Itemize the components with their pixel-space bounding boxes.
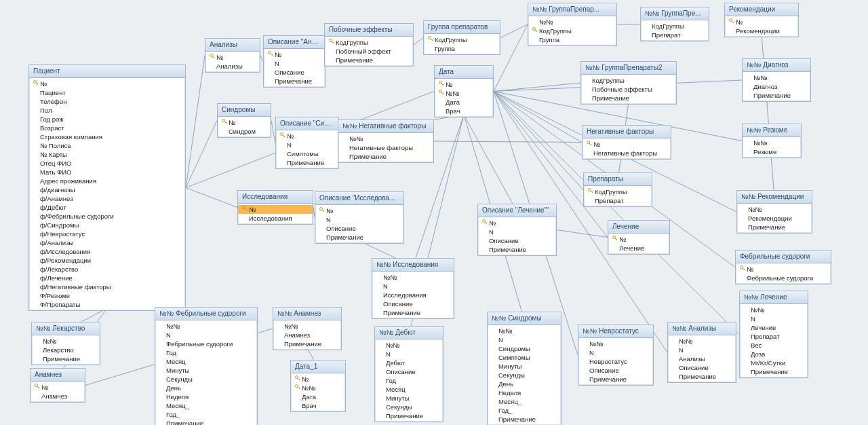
field-row[interactable]: №№: [338, 134, 433, 143]
field-row[interactable]: Описание: [375, 367, 443, 376]
field-row[interactable]: КодГруппы: [528, 26, 616, 35]
field-row[interactable]: №№: [668, 337, 736, 346]
field-row[interactable]: Примечание: [375, 411, 443, 420]
field-row[interactable]: №№: [743, 73, 810, 82]
field-row[interactable]: Месяц: [155, 357, 257, 366]
table-nn_research[interactable]: №№ Исследования№№NИсследованияОписаниеПр…: [372, 258, 454, 319]
field-row[interactable]: ф/Фебрильные судороги: [29, 212, 185, 221]
field-row[interactable]: Примечание: [581, 94, 676, 103]
field-row[interactable]: Mr/Kr/Сутки: [740, 358, 808, 367]
table-nn_neurostatus[interactable]: №№ Невростатус№№NНевростатусОписаниеПрим…: [578, 325, 654, 386]
table-nn_negfac[interactable]: №№ Негативные факторы№№Негативные фактор…: [338, 119, 434, 163]
field-row[interactable]: Врач: [291, 401, 345, 410]
field-row[interactable]: №: [608, 235, 669, 244]
field-row[interactable]: ф/Анамнез: [29, 194, 185, 203]
field-row[interactable]: Доза: [740, 350, 808, 358]
field-row[interactable]: Примечание: [32, 354, 100, 363]
field-row[interactable]: Минуты: [375, 394, 443, 403]
table-header[interactable]: Дата: [435, 66, 493, 79]
field-row[interactable]: Примечание: [315, 233, 403, 242]
table-header[interactable]: №№ ГруппаПрепар...: [528, 3, 616, 16]
table-header[interactable]: №№ Невростатус: [578, 325, 653, 338]
field-row[interactable]: Год: [155, 348, 257, 357]
field-row[interactable]: №: [291, 375, 345, 384]
field-row[interactable]: №№: [273, 322, 341, 331]
table-header[interactable]: №№ Рекомендации: [737, 191, 812, 204]
field-row[interactable]: КодГруппы: [584, 187, 652, 196]
table-header[interactable]: Синдромы: [218, 104, 271, 117]
field-row[interactable]: Врач: [435, 107, 493, 115]
table-header[interactable]: №№ Дебют: [375, 327, 443, 339]
field-row[interactable]: №№: [578, 339, 653, 348]
field-row[interactable]: Синдром: [218, 127, 271, 136]
table-nn_treatment[interactable]: №№ Лечение№№NЛечениеПрепаратВесДозаMr/Kr…: [739, 291, 808, 378]
field-row[interactable]: Синдромы: [488, 344, 561, 353]
table-date1[interactable]: Дата_1№№№ДатаВрач: [290, 360, 346, 412]
table-header[interactable]: №№ Диагноз: [743, 59, 810, 72]
table-header[interactable]: Побочные эффекты: [325, 24, 413, 37]
table-preparaty[interactable]: ПрепаратыКодГруппыПрепарат: [583, 172, 652, 207]
table-research[interactable]: Исследования№Исследования: [237, 190, 313, 225]
field-row[interactable]: Описание: [315, 224, 403, 233]
table-desc_research[interactable]: Описание "Исследова...№NОписаниеПримечан…: [315, 191, 404, 244]
table-header[interactable]: №№ Анамнез: [273, 308, 341, 320]
table-header[interactable]: Анализы: [205, 39, 260, 52]
field-row[interactable]: Невростатус: [578, 357, 653, 366]
field-row[interactable]: N: [264, 59, 325, 68]
table-nn_syndromes[interactable]: №№ Синдромы№№NСиндромыСимптомыМинутыСеку…: [487, 312, 561, 425]
field-row[interactable]: ф/Негативные факторы: [29, 282, 185, 291]
table-nn_drug[interactable]: №№ Лекарство№№ЛекарствоПримечание: [31, 322, 100, 365]
field-row[interactable]: N: [578, 348, 653, 357]
field-row[interactable]: Фебрильные судороги: [736, 274, 831, 282]
table-header[interactable]: Исследования: [238, 191, 313, 204]
field-row[interactable]: Месяц_: [488, 397, 561, 406]
field-row[interactable]: Год_: [488, 406, 561, 415]
field-row[interactable]: Описание: [264, 68, 325, 77]
field-row[interactable]: №№: [32, 337, 100, 346]
field-row[interactable]: N: [488, 335, 561, 344]
field-row[interactable]: Примечание: [273, 339, 341, 348]
table-header[interactable]: Дата_1: [291, 361, 345, 373]
table-header[interactable]: №№ Синдромы: [488, 312, 561, 325]
field-row[interactable]: Препарат: [740, 332, 808, 341]
table-header[interactable]: №№ Лекарство: [32, 322, 100, 335]
field-row[interactable]: ф/Невростатус: [29, 229, 185, 238]
table-header[interactable]: Препараты: [584, 173, 652, 186]
field-row[interactable]: №: [583, 140, 671, 149]
table-side_eff[interactable]: Побочные эффектыКодГруппыПобочный эффект…: [324, 23, 414, 67]
field-row[interactable]: Примечание: [488, 415, 561, 424]
table-desc_treat[interactable]: Описание "Лечение""№NОписаниеПримечание: [477, 204, 557, 256]
table-syndromes[interactable]: Синдромы№Синдром: [217, 103, 271, 138]
field-row[interactable]: №: [315, 206, 403, 215]
field-row[interactable]: Возраст: [29, 124, 185, 132]
field-row[interactable]: Неделя: [155, 392, 257, 401]
table-nn_grupppr2[interactable]: №№ ГруппаПре...КодГруппыПрепарат: [640, 7, 709, 41]
field-row[interactable]: №: [725, 18, 798, 26]
field-row[interactable]: ф/Анализы: [29, 238, 185, 247]
field-row[interactable]: Группа: [528, 35, 616, 44]
field-row[interactable]: Дата: [435, 98, 493, 107]
field-row[interactable]: Симптомы: [276, 149, 338, 158]
field-row[interactable]: ф/Исследования: [29, 247, 185, 256]
field-row[interactable]: Минуты: [488, 362, 561, 371]
table-header[interactable]: Описание "Синд...: [276, 117, 338, 130]
table-nn_grupprep2[interactable]: №№ ГруппаПрепараты2КодГруппыПобочные эфф…: [580, 61, 677, 105]
table-desc_anal[interactable]: Описание "Анал...№NОписаниеПримечание: [263, 35, 326, 88]
field-row[interactable]: N: [155, 331, 257, 339]
table-header[interactable]: Анамнез: [31, 369, 85, 382]
field-row[interactable]: №: [435, 80, 493, 89]
field-row[interactable]: Препарат: [584, 196, 652, 205]
field-row[interactable]: ф/Лекарство: [29, 265, 185, 274]
field-row[interactable]: КодГруппы: [325, 38, 413, 47]
field-row[interactable]: Исследования: [372, 291, 454, 299]
field-row[interactable]: ф/Синдромы: [29, 221, 185, 229]
field-row[interactable]: Рекомендации: [737, 214, 812, 223]
field-row[interactable]: Побочные эффекты: [581, 85, 676, 94]
table-nn_grupprep[interactable]: №№ ГруппаПрепар...№№КодГруппыГруппа: [528, 3, 617, 46]
field-row[interactable]: Описание: [372, 299, 454, 308]
field-row[interactable]: Описание: [668, 363, 736, 372]
field-row[interactable]: Диагноз: [743, 82, 810, 91]
field-row[interactable]: Дата: [291, 392, 345, 401]
field-row[interactable]: Год рож: [29, 115, 185, 124]
table-header[interactable]: Негативные факторы: [583, 126, 671, 138]
